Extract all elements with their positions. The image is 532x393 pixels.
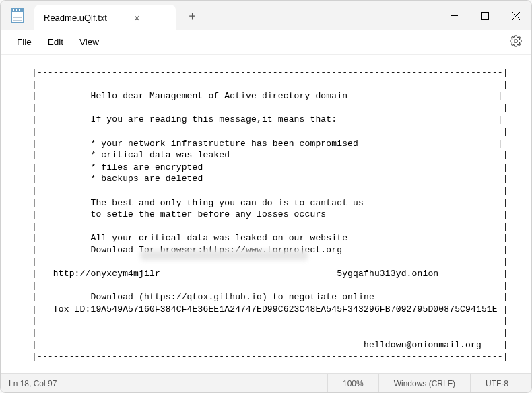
tab-active[interactable]: Readme.uQlf.txt × bbox=[34, 5, 176, 30]
status-line-ending[interactable]: Windows (CRLF) bbox=[378, 374, 470, 392]
new-tab-button[interactable]: ＋ bbox=[176, 1, 209, 30]
window-controls bbox=[438, 1, 531, 30]
plus-icon: ＋ bbox=[187, 8, 198, 24]
notepad-icon bbox=[11, 8, 24, 23]
titlebar: Readme.uQlf.txt × ＋ bbox=[1, 1, 531, 30]
svg-rect-1 bbox=[481, 12, 488, 19]
close-icon bbox=[512, 12, 520, 20]
status-zoom[interactable]: 100% bbox=[327, 374, 378, 392]
maximize-icon bbox=[481, 12, 489, 20]
minimize-icon bbox=[451, 12, 458, 20]
menu-file[interactable]: File bbox=[9, 33, 40, 51]
menu-view[interactable]: View bbox=[71, 33, 107, 51]
gear-icon bbox=[510, 35, 522, 47]
editor-area[interactable]: |---------------------------------------… bbox=[1, 55, 531, 373]
status-encoding[interactable]: UTF-8 bbox=[470, 374, 523, 392]
minimize-button[interactable] bbox=[438, 1, 469, 30]
tab-title: Readme.uQlf.txt bbox=[44, 13, 107, 23]
menubar: File Edit View bbox=[1, 30, 531, 55]
redacted-region bbox=[140, 250, 308, 260]
settings-button[interactable] bbox=[507, 32, 525, 52]
menu-edit[interactable]: Edit bbox=[40, 33, 71, 51]
close-window-button[interactable] bbox=[500, 1, 531, 30]
close-tab-icon[interactable]: × bbox=[134, 12, 140, 24]
svg-point-4 bbox=[514, 40, 518, 43]
statusbar: Ln 18, Col 97 100% Windows (CRLF) UTF-8 bbox=[1, 373, 531, 392]
document-body[interactable]: |---------------------------------------… bbox=[1, 55, 531, 363]
maximize-button[interactable] bbox=[469, 1, 500, 30]
status-cursor: Ln 18, Col 97 bbox=[9, 374, 71, 392]
app-icon-area bbox=[1, 1, 34, 30]
